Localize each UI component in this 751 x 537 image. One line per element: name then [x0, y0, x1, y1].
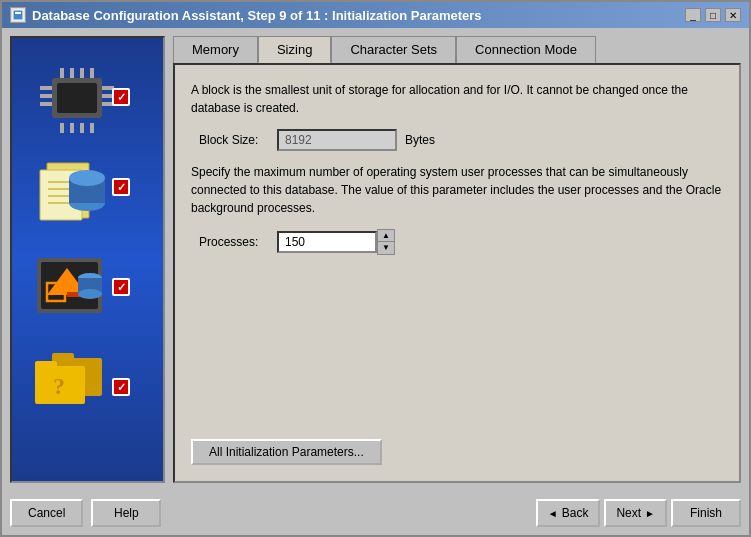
folders-icon-area: ?	[27, 348, 117, 418]
svg-rect-11	[70, 68, 74, 78]
help-button[interactable]: Help	[91, 499, 161, 527]
tab-character-sets[interactable]: Character Sets	[331, 36, 456, 63]
processes-input[interactable]	[277, 231, 377, 253]
title-bar: Database Configuration Assistant, Step 9…	[2, 2, 749, 28]
svg-rect-13	[90, 68, 94, 78]
block-size-label: Block Size:	[199, 133, 269, 147]
tab-sizing[interactable]: Sizing	[258, 36, 331, 63]
svg-rect-5	[40, 94, 52, 98]
minimize-button[interactable]: _	[685, 8, 701, 22]
processes-spinner: ▲ ▼	[277, 229, 395, 255]
block-size-description: A block is the smallest unit of storage …	[191, 81, 723, 117]
tab-connection-mode[interactable]: Connection Mode	[456, 36, 596, 63]
window-title: Database Configuration Assistant, Step 9…	[32, 8, 482, 23]
chip-icon-area	[32, 68, 122, 133]
svg-rect-12	[80, 68, 84, 78]
tab-bar: Memory Sizing Character Sets Connection …	[173, 36, 741, 63]
processes-label: Processes:	[199, 235, 269, 249]
spinner-up-button[interactable]: ▲	[378, 230, 394, 242]
right-panel: Memory Sizing Character Sets Connection …	[173, 36, 741, 483]
main-content: ✓	[2, 28, 749, 491]
footer-right-buttons: ◄ Back Next ► Finish	[536, 499, 741, 527]
check-docs: ✓	[112, 178, 130, 196]
svg-rect-16	[80, 123, 84, 133]
svg-rect-3	[57, 83, 97, 113]
shapes-icon-area	[32, 253, 112, 318]
spinner-down-button[interactable]: ▼	[378, 242, 394, 254]
docs-icon-area	[32, 158, 112, 228]
back-button[interactable]: ◄ Back	[536, 499, 601, 527]
back-arrow-icon: ◄	[548, 508, 558, 519]
svg-text:?: ?	[53, 373, 65, 399]
spinner-controls: ▲ ▼	[377, 229, 395, 255]
next-arrow-icon: ►	[645, 508, 655, 519]
svg-rect-10	[60, 68, 64, 78]
main-window: Database Configuration Assistant, Step 9…	[0, 0, 751, 537]
maximize-button[interactable]: □	[705, 8, 721, 22]
check-shapes: ✓	[112, 278, 130, 296]
check-folders: ✓	[112, 378, 130, 396]
check-chip: ✓	[112, 88, 130, 106]
processes-description: Specify the maximum number of operating …	[191, 163, 723, 217]
svg-rect-15	[70, 123, 74, 133]
title-bar-left: Database Configuration Assistant, Step 9…	[10, 7, 482, 23]
init-params-row: All Initialization Parameters...	[191, 433, 723, 465]
app-icon	[10, 7, 26, 23]
title-controls: _ □ ✕	[685, 8, 741, 22]
svg-rect-6	[40, 102, 52, 106]
svg-rect-41	[35, 361, 57, 369]
back-label: Back	[562, 506, 589, 520]
footer-left-buttons: Cancel Help	[10, 499, 161, 527]
svg-rect-39	[52, 353, 74, 361]
svg-rect-4	[40, 86, 52, 90]
tab-memory[interactable]: Memory	[173, 36, 258, 63]
svg-rect-0	[13, 10, 23, 20]
finish-button[interactable]: Finish	[671, 499, 741, 527]
block-size-input[interactable]	[277, 129, 397, 151]
all-init-params-button[interactable]: All Initialization Parameters...	[191, 439, 382, 465]
block-size-row: Block Size: Bytes	[199, 129, 723, 151]
next-button[interactable]: Next ►	[604, 499, 667, 527]
svg-rect-14	[60, 123, 64, 133]
processes-row: Processes: ▲ ▼	[199, 229, 723, 255]
svg-point-37	[78, 289, 102, 299]
cancel-button[interactable]: Cancel	[10, 499, 83, 527]
close-button[interactable]: ✕	[725, 8, 741, 22]
tab-content-sizing: A block is the smallest unit of storage …	[173, 63, 741, 483]
footer: Cancel Help ◄ Back Next ► Finish	[2, 491, 749, 535]
svg-rect-17	[90, 123, 94, 133]
next-label: Next	[616, 506, 641, 520]
svg-rect-1	[15, 12, 21, 14]
svg-point-29	[69, 170, 105, 186]
left-panel: ✓	[10, 36, 165, 483]
block-size-unit: Bytes	[405, 133, 435, 147]
